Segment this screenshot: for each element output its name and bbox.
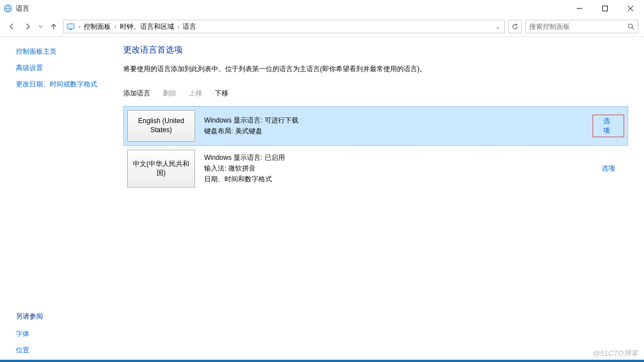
language-row[interactable]: English (United States) Windows 显示语言: 可进… bbox=[123, 106, 628, 146]
see-also-link-fonts[interactable]: 字体 bbox=[16, 329, 116, 339]
close-button[interactable] bbox=[617, 0, 643, 17]
sidebar: 控制面板主页 高级设置 更改日期、时间或数字格式 另请参阅 字体 位置 bbox=[0, 37, 116, 362]
bottom-accent bbox=[0, 360, 644, 362]
forward-button[interactable] bbox=[21, 20, 34, 33]
breadcrumb-item[interactable]: 控制面板 bbox=[84, 22, 111, 32]
recent-locations-dropdown[interactable] bbox=[37, 20, 44, 33]
action-bar: 添加语言 删除 上移 下移 bbox=[123, 89, 628, 98]
language-options: 选项 bbox=[593, 110, 624, 142]
move-up-action: 上移 bbox=[189, 89, 202, 98]
chevron-right-icon: › bbox=[113, 24, 117, 30]
language-detail-line: 输入法: 微软拼音 bbox=[204, 164, 584, 173]
language-list: English (United States) Windows 显示语言: 可进… bbox=[123, 106, 628, 191]
sidebar-link-datetime-format[interactable]: 更改日期、时间或数字格式 bbox=[16, 80, 116, 89]
search-input[interactable] bbox=[529, 23, 628, 30]
breadcrumb-item[interactable]: 语言 bbox=[183, 22, 196, 32]
add-language-action[interactable]: 添加语言 bbox=[123, 89, 150, 98]
sidebar-link-advanced[interactable]: 高级设置 bbox=[16, 63, 116, 73]
language-detail-line: Windows 显示语言: 已启用 bbox=[204, 153, 584, 163]
language-badge: 中文(中华人民共和国) bbox=[127, 150, 195, 187]
language-detail-line: 日期、时间和数字格式 bbox=[204, 175, 584, 184]
language-row[interactable]: 中文(中华人民共和国) Windows 显示语言: 已启用 输入法: 微软拼音 … bbox=[123, 146, 628, 191]
svg-rect-3 bbox=[70, 29, 72, 30]
main-panel: 更改语言首选项 将要使用的语言添加到此列表中。位于列表第一位的语言为主语言(即你… bbox=[116, 37, 644, 362]
language-badge: English (United States) bbox=[127, 110, 195, 142]
up-button[interactable] bbox=[47, 20, 60, 33]
options-link[interactable]: 选项 bbox=[602, 164, 615, 173]
maximize-button[interactable] bbox=[592, 0, 617, 17]
minimize-button[interactable] bbox=[567, 0, 592, 17]
see-also-label: 另请参阅 bbox=[16, 312, 116, 321]
annotation-highlight: 选项 bbox=[593, 115, 624, 137]
back-button[interactable] bbox=[6, 20, 18, 33]
language-details: Windows 显示语言: 可进行下载 键盘布局: 美式键盘 bbox=[204, 110, 584, 142]
chevron-right-icon: › bbox=[176, 24, 180, 30]
svg-point-4 bbox=[629, 24, 633, 28]
address-breadcrumb[interactable]: › 控制面板 › 时钟、语言和区域 › 语言 ⌄ bbox=[63, 20, 505, 33]
options-link[interactable]: 选项 bbox=[603, 117, 610, 134]
move-down-action[interactable]: 下移 bbox=[215, 89, 228, 98]
refresh-button[interactable] bbox=[508, 20, 522, 33]
control-panel-icon bbox=[66, 22, 75, 31]
svg-rect-1 bbox=[602, 6, 607, 11]
language-name: English (United States) bbox=[132, 117, 190, 134]
language-name: 中文(中华人民共和国) bbox=[132, 160, 190, 177]
remove-action: 删除 bbox=[163, 89, 176, 98]
navbar: › 控制面板 › 时钟、语言和区域 › 语言 ⌄ bbox=[0, 17, 644, 36]
address-history-dropdown[interactable]: ⌄ bbox=[493, 24, 502, 30]
page-subtext: 将要使用的语言添加到此列表中。位于列表第一位的语言为主语言(即你希望看到并最常使… bbox=[123, 64, 628, 74]
window-title: 语言 bbox=[16, 4, 29, 14]
titlebar: 语言 bbox=[0, 0, 644, 17]
breadcrumb-item[interactable]: 时钟、语言和区域 bbox=[120, 22, 174, 32]
language-options: 选项 bbox=[593, 150, 624, 187]
search-icon bbox=[628, 23, 634, 30]
page-heading: 更改语言首选项 bbox=[123, 45, 628, 55]
see-also-link-location[interactable]: 位置 bbox=[16, 346, 116, 355]
search-box[interactable] bbox=[525, 20, 638, 33]
language-detail-line: Windows 显示语言: 可进行下载 bbox=[204, 116, 584, 125]
language-details: Windows 显示语言: 已启用 输入法: 微软拼音 日期、时间和数字格式 bbox=[204, 150, 584, 187]
svg-rect-2 bbox=[67, 24, 74, 29]
language-detail-line: 键盘布局: 美式键盘 bbox=[204, 127, 584, 136]
sidebar-home-link[interactable]: 控制面板主页 bbox=[16, 47, 116, 56]
app-icon bbox=[3, 4, 12, 13]
chevron-right-icon: › bbox=[77, 24, 81, 30]
